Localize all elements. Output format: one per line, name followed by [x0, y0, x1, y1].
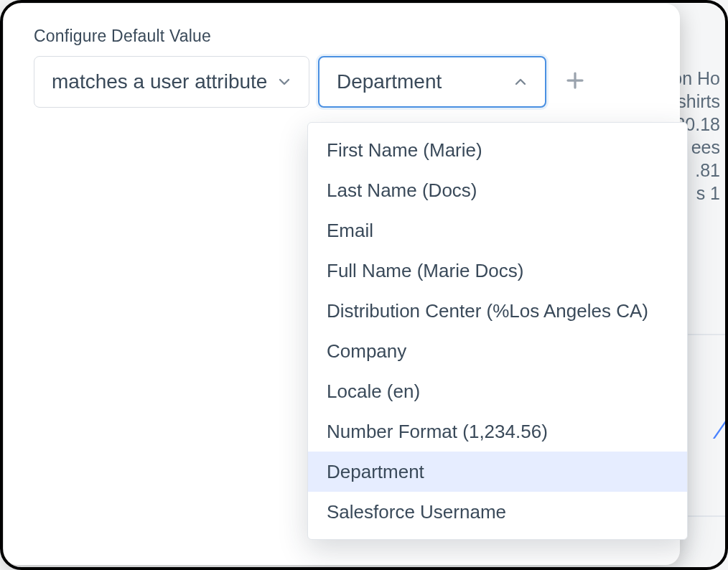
attribute-select-value: Department: [337, 70, 442, 93]
attribute-option[interactable]: Department: [308, 452, 687, 492]
chevron-up-icon: [510, 72, 531, 92]
attribute-option[interactable]: Company: [308, 331, 687, 371]
plus-icon: [564, 70, 586, 94]
attribute-option[interactable]: Number Format (1,234.56): [308, 411, 687, 452]
attribute-select[interactable]: Department: [318, 56, 546, 108]
bg-chart-line: ⁄: [720, 401, 727, 448]
attribute-option[interactable]: First Name (Marie): [308, 130, 687, 170]
attribute-option[interactable]: Email: [308, 210, 687, 251]
bg-text-line: ees: [691, 136, 720, 159]
add-button[interactable]: [559, 66, 591, 98]
attribute-option[interactable]: Distribution Center (%Los Angeles CA): [308, 291, 687, 331]
attribute-option[interactable]: Locale (en): [308, 371, 687, 411]
section-label: Configure Default Value: [34, 27, 650, 46]
chevron-down-icon: [274, 72, 294, 92]
condition-select-value: matches a user attribute: [52, 70, 267, 93]
attribute-option[interactable]: Full Name (Marie Docs): [308, 251, 687, 291]
attribute-option[interactable]: Last Name (Docs): [308, 170, 687, 210]
bg-text-line: s 1: [696, 182, 720, 205]
attribute-option[interactable]: Salesforce Username: [308, 492, 687, 532]
bg-text-line: .81: [695, 159, 720, 182]
condition-select[interactable]: matches a user attribute: [34, 56, 309, 108]
value-config-row: matches a user attribute Department: [34, 56, 650, 108]
attribute-dropdown-listbox[interactable]: First Name (Marie)Last Name (Docs)EmailF…: [307, 122, 688, 540]
